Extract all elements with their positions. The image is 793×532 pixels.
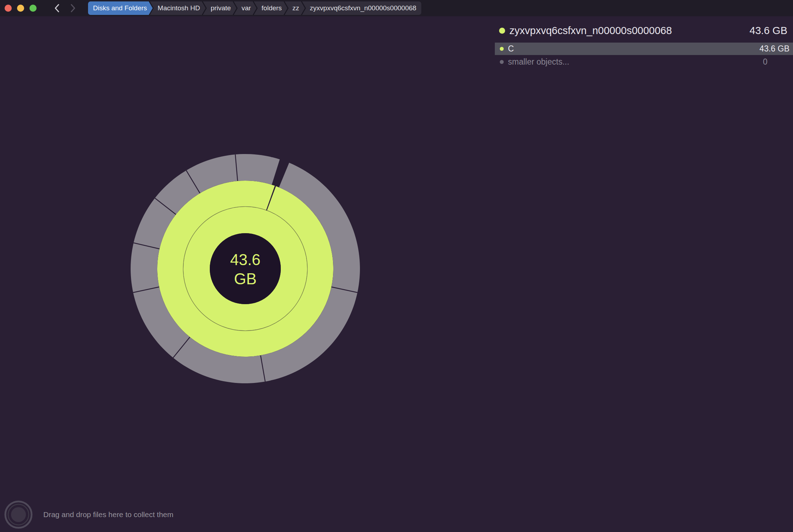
back-icon[interactable] xyxy=(54,4,60,13)
folder-name: zyxvpxvq6csfxvn_n00000s0000068 xyxy=(509,25,750,37)
chart-center-size-value: 43.6 xyxy=(230,251,261,268)
list-item-label: C xyxy=(508,44,760,54)
list-item-smaller-objects[interactable]: smaller objects... 0 xyxy=(495,55,793,68)
breadcrumb-item-var[interactable]: var xyxy=(234,1,256,15)
collector-bar: Drag and drop files here to collect them xyxy=(2,498,174,531)
breadcrumb-item-macintosh-hd[interactable]: Macintosh HD xyxy=(150,1,206,15)
folder-total-size: 43.6 GB xyxy=(750,25,787,37)
drop-hint-text: Drag and drop files here to collect them xyxy=(43,510,174,519)
details-panel: zyxvpxvq6csfxvn_n00000s0000068 43.6 GB C… xyxy=(495,16,793,68)
breadcrumb-item-folders[interactable]: folders xyxy=(254,1,288,15)
window-controls xyxy=(5,5,37,12)
titlebar: Disks and Folders Macintosh HD private v… xyxy=(0,0,793,16)
chart-center-hole xyxy=(210,233,281,304)
collector-drop-target-icon[interactable] xyxy=(2,498,35,531)
zoom-window-button[interactable] xyxy=(29,5,37,12)
minimize-window-button[interactable] xyxy=(17,5,24,12)
folder-color-dot xyxy=(499,28,505,34)
breadcrumb-item-disks-and-folders[interactable]: Disks and Folders xyxy=(88,1,153,15)
list-item-label: smaller objects... xyxy=(508,57,763,67)
selected-folder-header[interactable]: zyxvpxvq6csfxvn_n00000s0000068 43.6 GB xyxy=(495,18,793,43)
breadcrumb-item-zyxvpxvq6csfxvn[interactable]: zyxvpxvq6csfxvn_n00000s0000068 xyxy=(302,1,421,15)
forward-icon[interactable] xyxy=(70,4,76,13)
item-color-dot xyxy=(500,47,504,51)
breadcrumb-item-private[interactable]: private xyxy=(203,1,236,15)
list-item-c[interactable]: C 43.6 GB xyxy=(495,43,793,55)
list-item-size: 0 xyxy=(763,57,789,67)
sunburst-chart[interactable]: 43.6 GB xyxy=(121,144,370,393)
chart-center-size-unit: GB xyxy=(234,270,257,287)
item-color-dot xyxy=(500,60,504,64)
breadcrumb-item-zz[interactable]: zz xyxy=(285,1,305,15)
close-window-button[interactable] xyxy=(5,5,12,12)
breadcrumb: Disks and Folders Macintosh HD private v… xyxy=(88,1,421,15)
list-item-size: 43.6 GB xyxy=(760,44,789,54)
